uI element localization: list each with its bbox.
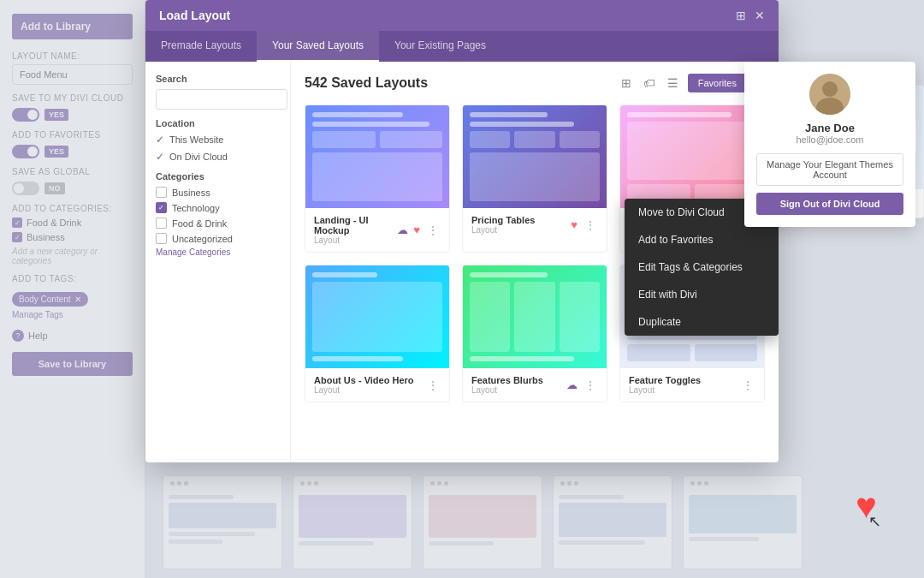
load-layout-modal: Load Layout ⊞ ✕ Premade Layouts Your Sav…: [145, 0, 779, 462]
layout-card-1[interactable]: Landing - UI Mockup Layout ☁ ♥ ⋮: [305, 104, 450, 253]
layout-actions-5: ☁ ⋮: [566, 378, 598, 392]
user-email: hello@jdoe.com: [756, 134, 903, 145]
modal-close-button[interactable]: ✕: [755, 9, 765, 22]
location-divi-cloud[interactable]: ✓ On Divi Cloud: [156, 151, 280, 163]
location-check-icon-2: ✓: [156, 151, 164, 163]
category-filter-business[interactable]: Business: [156, 187, 280, 198]
location-check-icon-1: ✓: [156, 134, 164, 146]
layout-type-6: Layout: [629, 385, 701, 395]
svg-point-1: [822, 81, 838, 97]
layout-search-input[interactable]: [156, 89, 287, 110]
modal-header: Load Layout ⊞ ✕: [145, 0, 779, 31]
layout-card-5[interactable]: Features Blurbs Layout ☁ ⋮: [462, 265, 607, 402]
signout-button[interactable]: Sign Out of Divi Cloud: [756, 193, 903, 215]
more-button-4[interactable]: ⋮: [425, 378, 441, 392]
layout-thumb-2: [463, 105, 607, 208]
layout-info-1: Landing - UI Mockup Layout ☁ ♥ ⋮: [305, 208, 449, 252]
list-view-button[interactable]: ☰: [665, 74, 681, 92]
layout-card-2[interactable]: Pricing Tables Layout ♥ ⋮: [462, 104, 607, 253]
favorites-button[interactable]: Favorites: [688, 74, 747, 92]
layout-type-4: Layout: [314, 385, 414, 395]
cat-label-food-drink: Food & Drink: [172, 218, 227, 229]
search-section-title: Search: [156, 74, 280, 84]
location-text-2: On Divi Cloud: [169, 152, 228, 162]
layout-actions-6: ⋮: [740, 378, 755, 392]
cloud-icon-1: ☁: [397, 223, 408, 236]
heart-icon-2[interactable]: ♥: [571, 218, 578, 231]
cat-label-business: Business: [172, 188, 210, 198]
grid-view-button[interactable]: ⊞: [619, 74, 634, 92]
cat-label-uncategorized: Uncategorized: [172, 234, 233, 244]
content-header: 542 Saved Layouts ⊞ 🏷 ☰ Favorites ▸: [305, 74, 765, 92]
tag-view-button[interactable]: 🏷: [641, 74, 658, 92]
layout-card-4[interactable]: About Us - Video Hero Layout ⋮: [305, 265, 450, 402]
tab-premade-layouts[interactable]: Premade Layouts: [145, 31, 257, 62]
cloud-icon-5: ☁: [566, 378, 578, 391]
location-this-website[interactable]: ✓ This Website: [156, 134, 280, 146]
user-dropdown: Jane Doe hello@jdoe.com Manage Your Eleg…: [744, 62, 915, 227]
category-filter-technology[interactable]: Technology: [156, 202, 280, 213]
modal-header-icons: ⊞ ✕: [736, 9, 765, 22]
context-menu-item-label-1: Move to Divi Cloud: [638, 206, 725, 218]
modal-title: Load Layout: [159, 9, 230, 22]
avatar-icon: [809, 74, 850, 115]
content-area: 542 Saved Layouts ⊞ 🏷 ☰ Favorites ▸: [291, 62, 779, 462]
layout-actions-4: ⋮: [425, 378, 441, 392]
tab-existing-pages[interactable]: Your Existing Pages: [379, 31, 501, 62]
more-button-6[interactable]: ⋮: [740, 378, 755, 392]
layout-thumb-4: [305, 265, 449, 368]
cat-checkbox-technology: [156, 202, 167, 213]
layout-info-6: Feature Toggles Layout ⋮: [620, 368, 764, 402]
context-menu-item-label-5: Duplicate: [638, 316, 681, 328]
context-menu-edit-with-divi[interactable]: Edit with Divi: [625, 281, 779, 308]
user-name: Jane Doe: [756, 122, 903, 134]
modal-tabs: Premade Layouts Your Saved Layouts Your …: [145, 31, 779, 62]
context-menu-item-label-4: Edit with Divi: [638, 289, 697, 301]
layout-name-6: Feature Toggles: [629, 375, 701, 385]
context-menu-add-to-favorites[interactable]: Add to Favorites: [625, 226, 779, 253]
layout-thumb-1: [305, 105, 449, 208]
cat-checkbox-business: [156, 187, 167, 198]
more-button-5[interactable]: ⋮: [583, 378, 598, 392]
manage-themes-button[interactable]: Manage Your Elegant Themes Account: [756, 153, 903, 186]
category-filter-food-drink[interactable]: Food & Drink: [156, 217, 280, 229]
content-title: 542 Saved Layouts: [305, 75, 428, 91]
layout-name-5: Features Blurbs: [471, 375, 543, 385]
layout-name-2: Pricing Tables: [471, 215, 535, 225]
heart-cursor-indicator: ♥ ↖: [856, 486, 877, 527]
context-menu-item-label-3: Edit Tags & Categories: [638, 261, 743, 273]
heart-icon-1[interactable]: ♥: [413, 223, 420, 236]
layout-info-2: Pricing Tables Layout ♥ ⋮: [463, 208, 607, 241]
location-text-1: This Website: [169, 134, 223, 145]
modal-settings-icon[interactable]: ⊞: [736, 9, 746, 22]
layout-info-5: Features Blurbs Layout ☁ ⋮: [463, 368, 607, 402]
view-controls: ⊞ 🏷 ☰ Favorites ▸: [619, 74, 765, 92]
layout-thumb-3: [620, 105, 764, 208]
user-avatar: [809, 74, 850, 115]
manage-categories-link[interactable]: Manage Categories: [156, 247, 280, 257]
context-menu-item-label-2: Add to Favorites: [638, 234, 713, 246]
location-section-title: Location: [156, 118, 280, 128]
layout-info-4: About Us - Video Hero Layout ⋮: [305, 368, 449, 402]
category-filter-uncategorized[interactable]: Uncategorized: [156, 233, 280, 244]
layout-type-2: Layout: [471, 225, 535, 235]
filter-panel: Search + Filter Location ✓ This Website …: [145, 62, 291, 462]
more-button-2[interactable]: ⋮: [583, 218, 598, 232]
cat-checkbox-uncategorized: [156, 233, 167, 244]
layout-thumb-5: [463, 265, 607, 368]
layout-name-4: About Us - Video Hero: [314, 375, 414, 385]
layout-type-1: Layout: [314, 235, 397, 245]
layout-actions-1: ☁ ♥ ⋮: [397, 223, 441, 237]
context-menu-duplicate[interactable]: Duplicate: [625, 308, 779, 336]
modal-body: Search + Filter Location ✓ This Website …: [145, 62, 779, 462]
context-menu-edit-tags[interactable]: Edit Tags & Categories: [625, 253, 779, 281]
tab-saved-layouts[interactable]: Your Saved Layouts: [257, 31, 379, 62]
more-button-1[interactable]: ⋮: [425, 223, 441, 237]
cat-checkbox-food-drink: [156, 217, 167, 229]
layout-actions-2: ♥ ⋮: [571, 218, 598, 232]
search-row: + Filter: [156, 89, 280, 110]
cat-label-technology: Technology: [172, 203, 220, 213]
categories-section-title: Categories: [156, 171, 280, 182]
layout-type-5: Layout: [471, 385, 543, 395]
cursor-icon: ↖: [868, 512, 881, 531]
